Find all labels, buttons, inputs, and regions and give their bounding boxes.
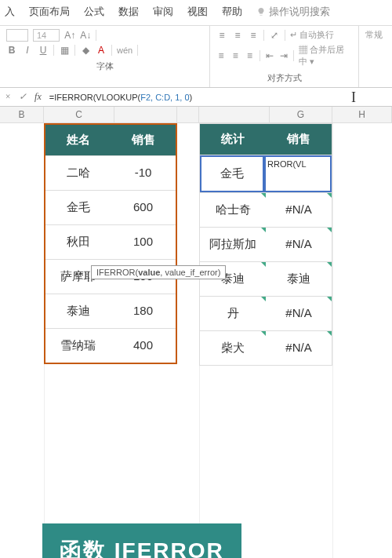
cell-error-mark-icon xyxy=(327,297,332,301)
tab-review[interactable]: 审阅 xyxy=(153,5,173,19)
tab-help[interactable]: 帮助 xyxy=(222,5,242,19)
cell-name[interactable]: 雪纳瑞 xyxy=(45,329,111,363)
text-cursor-icon: I xyxy=(351,89,356,106)
function-tooltip: IFERROR(value, value_if_error) xyxy=(91,265,226,279)
cell-error-mark-icon xyxy=(327,331,332,336)
cell-name[interactable]: 泰迪 xyxy=(45,294,111,328)
cell-error-mark-icon xyxy=(327,193,332,198)
table-row[interactable]: 金毛600 xyxy=(45,190,176,224)
col-header-d-hidden[interactable] xyxy=(114,107,177,122)
col-header-c[interactable]: C xyxy=(44,107,114,122)
lightbulb-icon xyxy=(256,7,266,16)
merge-center-button[interactable]: ▦ 合并后居中 ▾ xyxy=(299,44,352,67)
cell-value[interactable]: 600 xyxy=(111,191,176,224)
ribbon-tabs: 入 页面布局 公式 数据 审阅 视图 帮助 操作说明搜索 xyxy=(0,0,392,26)
phonetic-icon[interactable]: wén xyxy=(117,46,132,55)
fx-icon[interactable]: fx xyxy=(34,91,42,103)
col-header-f-hidden[interactable] xyxy=(199,107,270,122)
bold-icon[interactable]: B xyxy=(6,45,17,56)
cell-value[interactable]: 400 xyxy=(111,329,176,363)
cell-error-mark-icon xyxy=(327,228,332,232)
cell-stat[interactable]: 柴犬 xyxy=(200,331,266,365)
table-row[interactable]: 丹#N/A xyxy=(200,296,332,330)
table-header-row: 姓名 销售 xyxy=(45,125,176,155)
source-table: 姓名 销售 二哈-10金毛600秋田100萨摩耶100泰迪180雪纳瑞400 xyxy=(44,123,177,364)
tab-layout[interactable]: 页面布局 xyxy=(29,5,70,19)
align-middle-icon[interactable]: ≡ xyxy=(232,30,243,41)
indent-right-icon[interactable]: ⇥ xyxy=(279,50,289,61)
cell-sales[interactable]: 泰迪 xyxy=(266,262,332,296)
cell-value[interactable]: 100 xyxy=(111,225,176,259)
wrap-text-button[interactable]: ↵ 自动换行 xyxy=(290,29,334,41)
cell-sales[interactable]: RROR(VL xyxy=(264,155,332,192)
cell-value[interactable]: 180 xyxy=(111,294,176,328)
align-right-icon[interactable]: ≡ xyxy=(245,50,254,61)
orientation-icon[interactable]: ⤢ xyxy=(269,30,280,41)
table-row[interactable]: 秋田100 xyxy=(45,224,176,259)
align-bottom-icon[interactable]: ≡ xyxy=(248,30,259,41)
cell-sales[interactable]: #N/A xyxy=(266,297,332,330)
align-left-icon[interactable]: ≡ xyxy=(216,50,226,61)
italic-icon[interactable]: I xyxy=(22,45,33,56)
indent-left-icon[interactable]: ⇤ xyxy=(265,50,274,61)
group-font-label: 字体 xyxy=(6,59,203,74)
cell-stat[interactable]: 阿拉斯加 xyxy=(200,228,266,261)
align-center-icon[interactable]: ≡ xyxy=(230,50,240,61)
cell-value[interactable]: -10 xyxy=(111,156,176,190)
col-header-b[interactable]: B xyxy=(0,107,44,122)
cell-name[interactable]: 秋田 xyxy=(45,225,111,259)
table-row[interactable]: 雪纳瑞400 xyxy=(45,328,176,363)
formula-cancel-icon[interactable]: × xyxy=(5,91,11,103)
table-header-row: 统计 销售 xyxy=(200,124,332,155)
col-header-h[interactable]: H xyxy=(332,107,392,122)
tab-data[interactable]: 数据 xyxy=(118,5,139,19)
number-format-select[interactable]: 常规 xyxy=(365,29,383,41)
column-headers: B C G H xyxy=(0,107,392,123)
fill-color-icon[interactable]: ◆ xyxy=(80,45,91,56)
decrease-font-icon[interactable]: A↓ xyxy=(80,30,91,41)
cell-stat[interactable]: 金毛 xyxy=(200,155,264,192)
th-name: 姓名 xyxy=(45,125,111,155)
table-row[interactable]: 二哈-10 xyxy=(45,155,176,190)
tab-view[interactable]: 视图 xyxy=(187,5,208,19)
tab-formula[interactable]: 公式 xyxy=(84,5,104,19)
formula-input[interactable]: =IFERROR(VLOOKUP(F2, C:D, 1, 0) I xyxy=(49,93,387,102)
th-sales: 销售 xyxy=(111,125,176,155)
table-row[interactable]: 阿拉斯加#N/A xyxy=(200,227,332,261)
col-header-g[interactable]: G xyxy=(270,107,332,122)
th-sales: 销售 xyxy=(266,124,332,155)
cell-stat[interactable]: 哈士奇 xyxy=(200,193,266,227)
table-row[interactable]: 金毛RROR(VL xyxy=(200,155,332,192)
border-icon[interactable]: ▦ xyxy=(59,45,70,56)
cell-name[interactable]: 金毛 xyxy=(45,191,111,224)
formula-confirm-icon[interactable]: ✓ xyxy=(19,91,27,103)
cell-error-mark-icon xyxy=(327,262,332,267)
align-top-icon[interactable]: ≡ xyxy=(216,30,227,41)
font-name-select[interactable] xyxy=(6,29,28,42)
cell-sales[interactable]: #N/A xyxy=(266,193,332,227)
tab-insert[interactable]: 入 xyxy=(5,5,15,19)
table-row[interactable]: 哈士奇#N/A xyxy=(200,192,332,227)
title-banner: 函数 IFERROR xyxy=(42,523,241,558)
group-align-label: 对齐方式 xyxy=(216,71,352,86)
font-size-select[interactable]: 14 xyxy=(33,29,60,42)
cell-sales[interactable]: #N/A xyxy=(266,228,332,261)
th-stat: 统计 xyxy=(200,124,266,155)
cell-name[interactable]: 二哈 xyxy=(45,156,111,190)
font-color-icon[interactable]: A xyxy=(96,45,107,56)
cell-sales[interactable]: #N/A xyxy=(266,331,332,365)
tell-me-search[interactable]: 操作说明搜索 xyxy=(256,5,330,19)
tell-me-text: 操作说明搜索 xyxy=(269,5,330,19)
underline-icon[interactable]: U xyxy=(38,45,49,56)
cell-stat[interactable]: 丹 xyxy=(200,297,266,330)
ribbon: 14 A↑ A↓ B I U ▦ ◆ A wén 字体 ≡ ≡ ≡ ⤢ ↵ xyxy=(0,26,392,88)
table-row[interactable]: 泰迪180 xyxy=(45,294,176,328)
table-row[interactable]: 柴犬#N/A xyxy=(200,330,332,365)
spreadsheet-grid[interactable]: B C G H IFERROR(value, value_if_error) 姓… xyxy=(0,107,392,558)
lookup-table: 统计 销售 金毛RROR(VL哈士奇#N/A阿拉斯加#N/A泰迪泰迪丹#N/A柴… xyxy=(199,123,332,366)
increase-font-icon[interactable]: A↑ xyxy=(64,30,75,41)
formula-bar: × ✓ fx =IFERROR(VLOOKUP(F2, C:D, 1, 0) I xyxy=(0,88,392,107)
